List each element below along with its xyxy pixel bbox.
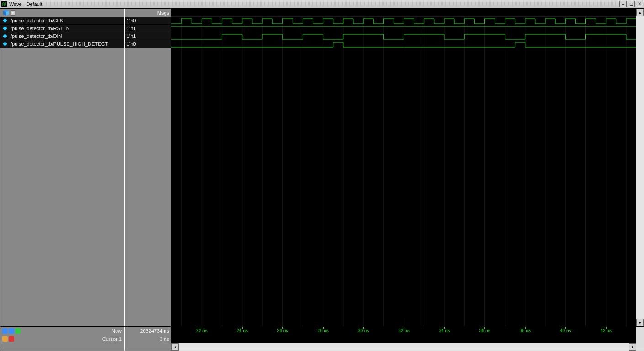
time-ruler[interactable]: 22 ns24 ns26 ns28 ns30 ns32 ns34 ns36 ns…: [171, 327, 636, 335]
horizontal-scrollbar: ◂ ▸: [171, 343, 636, 351]
signal-diamond-icon: [2, 26, 9, 31]
cursor-value: 0 ns: [125, 335, 171, 343]
signal-values-list: 1'h01'h11'h11'h0: [125, 17, 171, 48]
hscroll-left-button[interactable]: ◂: [171, 343, 179, 351]
marker-icon-1[interactable]: [2, 328, 8, 334]
signal-value[interactable]: 1'h1: [125, 25, 171, 32]
now-row: Now 20324734 ns 22 ns24 ns26 ns28 ns30 n…: [0, 327, 644, 335]
signal-value[interactable]: 1'h0: [125, 40, 171, 48]
window-maximize-button[interactable]: ◻: [628, 1, 635, 7]
signal-toolbar: ▾: [0, 9, 124, 17]
vscroll-down-button[interactable]: ▾: [636, 319, 644, 326]
signal-row[interactable]: /pulse_detector_tb/PULSE_HIGH_DETECT: [0, 40, 124, 48]
window-minimize-button[interactable]: –: [619, 1, 627, 7]
horizontal-scrollbar-row: ◂ ▸: [0, 343, 644, 351]
now-value: 20324734 ns: [125, 327, 171, 335]
signal-values-column: Msgs 1'h01'h11'h11'h0: [125, 9, 171, 326]
hscroll-track[interactable]: [179, 343, 629, 351]
cursor-row: Cursor 1 0 ns: [0, 335, 644, 343]
msgs-label: Msgs: [157, 10, 169, 16]
footer-area: Now 20324734 ns 22 ns24 ns26 ns28 ns30 n…: [0, 327, 644, 351]
wave-app-icon: [1, 1, 7, 7]
cursor-label: Cursor 1: [17, 336, 122, 342]
signal-row[interactable]: /pulse_detector_tb/RST_N: [0, 25, 124, 32]
signal-diamond-icon: [2, 33, 9, 39]
svg-marker-4: [3, 18, 7, 23]
marker-icon-2[interactable]: [9, 328, 14, 334]
svg-marker-5: [3, 26, 7, 31]
signal-name-label: /pulse_detector_tb/PULSE_HIGH_DETECT: [11, 41, 124, 47]
signal-name-label: /pulse_detector_tb/RST_N: [11, 26, 124, 31]
signal-names-list: /pulse_detector_tb/CLK/pulse_detector_tb…: [0, 17, 124, 48]
signal-name-label: /pulse_detector_tb/CLK: [11, 18, 124, 23]
marker-icon-3[interactable]: [15, 328, 21, 334]
waveform-header[interactable]: [171, 9, 636, 17]
main-area: ▾ /pulse_detector_tb/CLK/pulse_detector_…: [0, 8, 644, 351]
signal-toolbar-dropdown[interactable]: ▾: [11, 10, 15, 16]
waveform-column: [171, 9, 636, 326]
signal-names-empty[interactable]: [0, 48, 124, 326]
titlebar-drag-area[interactable]: [45, 2, 617, 6]
cursor-track[interactable]: [171, 335, 636, 343]
signal-names-column: ▾ /pulse_detector_tb/CLK/pulse_detector_…: [0, 9, 125, 326]
signal-values-empty[interactable]: [125, 48, 171, 326]
values-header: Msgs: [125, 9, 171, 17]
signal-value[interactable]: 1'h1: [125, 32, 171, 40]
signal-value[interactable]: 1'h0: [125, 17, 171, 25]
vscroll-track[interactable]: [636, 16, 644, 319]
object-browser-icon[interactable]: [2, 10, 10, 16]
svg-marker-6: [3, 34, 7, 38]
vscroll-up-button[interactable]: ▴: [636, 9, 644, 16]
cursor-icon-1[interactable]: [2, 336, 8, 342]
signal-row[interactable]: /pulse_detector_tb/CLK: [0, 17, 124, 25]
signal-diamond-icon: [2, 18, 9, 23]
vertical-scrollbar: ▴ ▾: [636, 9, 644, 326]
cursor-icon-2[interactable]: [9, 336, 14, 342]
wave-panels: ▾ /pulse_detector_tb/CLK/pulse_detector_…: [0, 8, 644, 327]
waveform-canvas[interactable]: [171, 17, 636, 326]
window-close-button[interactable]: ✕: [636, 1, 643, 7]
signal-diamond-icon: [2, 41, 9, 47]
signal-name-label: /pulse_detector_tb/DIN: [11, 33, 124, 39]
hscroll-right-button[interactable]: ▸: [629, 343, 636, 351]
window-titlebar: Wave - Default – ◻ ✕: [0, 0, 644, 8]
window-title: Wave - Default: [9, 1, 42, 7]
signal-row[interactable]: /pulse_detector_tb/DIN: [0, 32, 124, 40]
now-label: Now: [23, 328, 122, 334]
svg-marker-7: [3, 42, 7, 46]
